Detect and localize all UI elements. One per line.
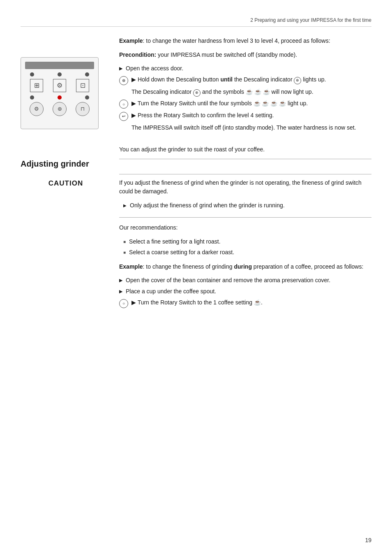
caution-left: CAUTION [21, 174, 119, 223]
step-1-text: Open the access door. [126, 64, 183, 73]
caution-block: If you adjust the fineness of grind when… [119, 174, 371, 218]
machine-icon-center: ⚙ [53, 79, 66, 92]
step-2-text: ▶ Hold down the Descaling button until t… [131, 75, 326, 84]
dot-5-red [58, 95, 62, 100]
rotary-icon-1: ○ [119, 100, 128, 109]
step-2-sub: The Descaling indicator ⊛ and the symbol… [119, 88, 371, 97]
caution-bullet-text: Only adjust the fineness of grind when t… [130, 201, 285, 210]
precondition: Precondition: your IMPRESSA must be swit… [119, 51, 371, 60]
example2-intro: Example: to change the fineness of grind… [119, 262, 371, 272]
step-3: ○ ▶ Turn the Rotary Switch until the fou… [119, 99, 371, 109]
page-number: 19 [365, 536, 371, 545]
caution-section: CAUTION If you adjust the fineness of gr… [21, 174, 371, 223]
adjusting-right: You can adjust the grinder to suit the r… [119, 145, 371, 170]
machine-btn-3: ⊓ [76, 102, 90, 116]
caution-text: If you adjust the fineness of grind when… [119, 179, 371, 196]
page-header: 2 Preparing and using your IMPRESSA for … [21, 16, 371, 27]
page: 2 Preparing and using your IMPRESSA for … [0, 0, 392, 557]
rec-item-1: Select a fine setting for a light roast. [123, 237, 371, 246]
press-icon: ↩ [119, 111, 128, 121]
step-1: ▶ Open the access door. [119, 64, 371, 73]
descaling-icon: ⊛ [119, 76, 128, 85]
left-column: ⊞ ⚙ ⊡ ⚙ ⊛ ⊓ [21, 37, 119, 137]
machine-icon-right: ⊡ [76, 79, 89, 92]
rec-item-1-text: Select a fine setting for a light roast. [129, 237, 221, 246]
machine-btn-2: ⊛ [53, 102, 67, 116]
rec-right: Our recommendations: Select a fine setti… [119, 223, 371, 313]
step-4: ↩ ▶ Press the Rotary Switch to confirm t… [119, 111, 371, 121]
arrow-ex2-1: ▶ [119, 277, 122, 284]
example2-after: preparation of a coffee, proceed as foll… [252, 263, 363, 270]
adjusting-description: You can adjust the grinder to suit the r… [119, 145, 371, 154]
caution-right: If you adjust the fineness of grind when… [119, 174, 371, 223]
machine-icon-left: ⊞ [30, 79, 43, 92]
example-label: Example [119, 37, 143, 44]
dot-2 [58, 72, 62, 77]
dot-4 [30, 95, 34, 100]
caution-bullet-1: Only adjust the fineness of grind when t… [123, 201, 371, 210]
precondition-text: your IMPRESSA must be switched off (stan… [156, 51, 297, 58]
machine-bottom-row: ⚙ ⊛ ⊓ [25, 102, 94, 116]
example-text: : to change the water hardness from leve… [143, 37, 330, 44]
dot-1 [30, 72, 34, 77]
rotary-icon-2: ○ [119, 299, 128, 308]
dot-3 [85, 72, 89, 77]
step-2-sub-text: The Descaling indicator ⊛ and the symbol… [131, 88, 314, 97]
step-4-sub: The IMPRESSA will switch itself off (int… [119, 123, 371, 132]
adjusting-grinder-section: Adjusting grinder You can adjust the gri… [21, 145, 371, 170]
example-intro: Example: to change the water hardness fr… [119, 37, 371, 46]
dot-6 [85, 95, 89, 100]
machine-dots-top [25, 72, 94, 77]
machine-btn-1: ⚙ [30, 102, 44, 116]
rec-item-2: Select a coarse setting for a darker roa… [123, 248, 371, 257]
rec-intro: Our recommendations: [119, 223, 371, 232]
precondition-label: Precondition: [119, 51, 156, 58]
machine-illustration: ⊞ ⚙ ⊡ ⚙ ⊛ ⊓ [21, 57, 99, 129]
caution-bullets: Only adjust the fineness of grind when t… [119, 201, 371, 210]
machine-middle-row: ⊞ ⚙ ⊡ [25, 79, 94, 92]
example2-step-1: ▶ Open the cover of the bean container a… [119, 276, 371, 285]
adjusting-left: Adjusting grinder [21, 145, 119, 170]
example2-step-2: ▶ Place a cup under the coffee spout. [119, 287, 371, 296]
example2-step-2-text: Place a cup under the coffee spout. [126, 287, 216, 296]
caution-label: CAUTION [21, 178, 111, 189]
right-column: Example: to change the water hardness fr… [119, 37, 371, 137]
rec-item-2-text: Select a coarse setting for a darker roa… [129, 248, 234, 257]
example2-steps: ▶ Open the cover of the bean container a… [119, 276, 371, 308]
example2-step-3-text: ▶ Turn the Rotary Switch to the 1 coffee… [131, 298, 263, 307]
rec-left-spacer [21, 223, 119, 313]
recommendations-section: Our recommendations: Select a fine setti… [21, 223, 371, 313]
example2-text: : to change the fineness of grinding [143, 263, 234, 270]
divider-1 [119, 159, 371, 159]
example2-step-1-text: Open the cover of the bean container and… [126, 276, 330, 285]
steps-list: ▶ Open the access door. ⊛ ▶ Hold down th… [119, 64, 371, 132]
arrow-icon-1: ▶ [119, 65, 122, 72]
arrow-ex2-2: ▶ [119, 288, 122, 295]
step-4-text: ▶ Press the Rotary Switch to confirm the… [131, 111, 274, 120]
adjusting-grinder-label: Adjusting grinder [21, 158, 111, 170]
machine-top-bar [25, 62, 94, 69]
step-3-text: ▶ Turn the Rotary Switch until the four … [131, 99, 308, 108]
step-2: ⊛ ▶ Hold down the Descaling button until… [119, 75, 371, 85]
step-4-sub-text: The IMPRESSA will switch itself off (int… [131, 123, 356, 132]
header-text: 2 Preparing and using your IMPRESSA for … [250, 17, 371, 23]
rec-list: Select a fine setting for a light roast.… [119, 237, 371, 257]
example2-step-3: ○ ▶ Turn the Rotary Switch to the 1 coff… [119, 298, 371, 308]
example2-label: Example [119, 263, 143, 270]
machine-dots-bottom [25, 95, 94, 100]
example2-bold: during [234, 263, 252, 270]
